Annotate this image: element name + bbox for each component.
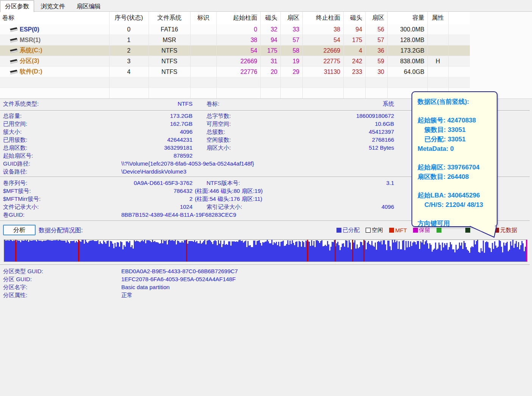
analyze-button[interactable]: 分析 [3,225,36,235]
grid-line [365,12,366,99]
column-header: 卷标 [0,12,109,24]
chs-value: 22669 [216,56,260,66]
column-header: 序号(状态) [109,12,149,24]
column-header: 扇区 [280,12,302,24]
grid-line [280,12,281,99]
chs-value: 38 [302,24,343,34]
chs-value: 22775 [302,56,343,66]
grid-line [190,12,191,99]
chs-value: 22776 [216,67,260,77]
disk-icon [9,27,18,34]
chs-value: 29 [280,67,302,77]
chs-value: 94 [343,24,365,34]
table-row[interactable]: 软件(D:)4NTFS227762029311302333064.0GB [0,67,470,77]
legend-label: 元数据 [500,227,517,234]
column-header: 磁头 [260,12,280,24]
detail-label: 设备路径: [3,168,27,175]
flag [190,67,216,77]
detail-value: 4096 [205,203,394,210]
detail-row: 分区 GUID:1EFC2078-6FA6-4053-9E5A-0524A4AF… [0,276,530,284]
detail-value: 186009180672 [205,113,394,119]
chs-value: 38 [216,35,260,45]
detail-label: 分区属性: [3,292,27,299]
flag [190,56,216,66]
chs-value: 56 [365,24,387,34]
detail-value: 2768166 [205,136,394,143]
detail-row: 分区类型 GUID:EBD0A0A2-B9E5-4433-87C0-68B6B7… [0,268,530,276]
tooltip-line: 起始扇区: 339766704 [418,163,493,172]
detail-label: 分区名字: [3,284,27,291]
column-header: 属性 [427,12,448,24]
chs-value: 22669 [302,45,343,56]
detail-value: \\?\Volume{1efc2078-6fa6-4053-9e5a-0524a… [121,160,254,167]
capacity: 838.0MB [387,56,427,66]
detail-value: 45412397 [205,128,394,135]
fs-type-value: NTFS [0,100,192,107]
file-system: NTFS [149,67,190,77]
allocation-map-label: 数据分配情况图: [39,227,83,235]
chs-value: 4 [343,45,365,56]
legend-swatch [413,228,418,233]
volume-label: 系统(C:) [0,45,109,56]
chs-value: 31 [260,56,280,66]
disk-icon [9,38,18,44]
detail-value: \Device\HarddiskVolume3 [121,168,186,175]
partition-index: 2 [109,45,149,56]
capacity: 64.0GB [387,67,427,77]
table-row[interactable]: 分区(3)3NTFS2266931192277524259838.0MBH [0,56,470,67]
detail-value-suffix: (柱面:54 磁头:176 扇区:11) [195,196,262,203]
chs-value: 54 [302,35,343,45]
attribute [427,35,448,45]
legend-swatch [336,228,341,233]
tab-partition-params[interactable]: 分区参数 [0,0,34,12]
capacity: 300.0MB [387,24,427,34]
empty-row [0,88,470,99]
disk-icon [9,69,18,76]
tooltip-line: MetaData: 0 [418,144,493,153]
legend-swatch [437,228,441,233]
tab-browse-files[interactable]: 浏览文件 [36,0,70,12]
mft-zone-marker [307,240,308,261]
grid-line [216,12,217,99]
legend-label: 已分配 [343,227,360,234]
detail-value-suffix: (柱面:446 磁头:80 扇区:19) [195,188,263,195]
legend-item: 空闲 [366,227,383,234]
volume-label-value: 系统 [205,100,394,108]
chs-value: 175 [260,45,280,56]
tooltip-line: C/H/S: 21204/ 48/13 [424,200,493,210]
grid-line [302,12,303,99]
tooltip-line: 起始LBA: 340645296 [418,191,493,200]
chs-value: 58 [280,45,302,56]
detail-value: 10.6GB [205,121,394,127]
chs-value: 57 [365,35,387,45]
tooltip-line: 起始簇号: 42470838 [418,116,493,125]
table-row[interactable]: ESP(0)0FAT1603233389456300.0MB [0,24,470,35]
detail-label: GUID路径: [3,160,30,167]
attribute [427,67,448,77]
allocation-bars [4,240,527,261]
column-header: 容量 [387,12,427,24]
partition-tool-window: { "tabs": [ { "label": "分区参数", "active":… [0,0,532,396]
chs-value: 59 [365,56,387,66]
chs-value: 242 [343,56,365,66]
tooltip-line: 数据区(当前竖线): [418,97,493,106]
legend-swatch [366,228,371,233]
legend-item: MFT [389,227,407,234]
tab-sector-edit[interactable]: 扇区编辑 [72,0,106,12]
legend-label: MFT [395,227,407,233]
mft-zone-marker [186,240,187,261]
chs-value: 54 [216,45,260,56]
table-row[interactable]: MSR(1)1MSR3894575417557128.0MB [0,35,470,45]
chs-value: 20 [260,67,280,77]
flag [190,24,216,34]
grid-line [448,12,449,99]
tooltip-line: 扇区数目: 264408 [418,172,493,182]
tooltip-tail [469,226,498,238]
table-row[interactable]: 系统(C:)2NTFS541755822669436173.2GB [0,45,470,56]
detail-value: 786432 [0,188,192,194]
grid-line [260,12,261,99]
detail-row: 分区属性:正常 [0,292,530,300]
capacity: 173.2GB [387,45,427,56]
allocation-chart[interactable] [4,239,527,262]
chs-value: 33 [280,24,302,34]
